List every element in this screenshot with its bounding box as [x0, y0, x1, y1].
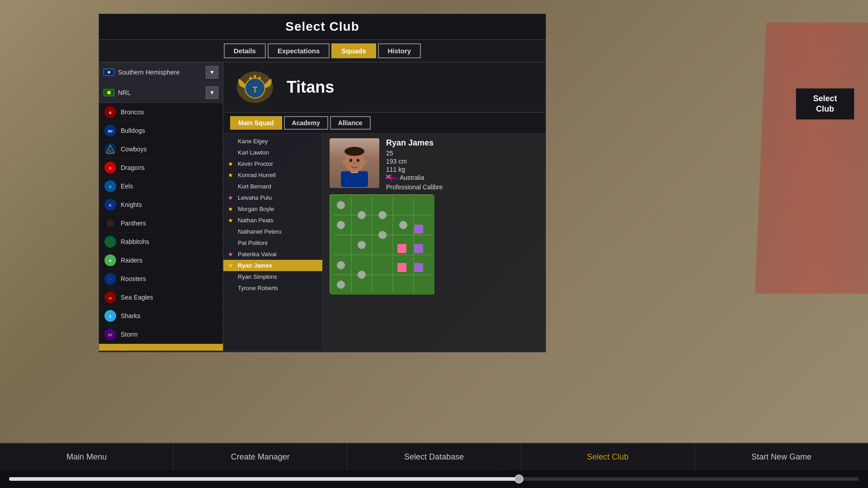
team-item-knights[interactable]: K Knights — [99, 196, 223, 214]
player-item-kurt-bernard[interactable]: Kurt Bernard — [223, 181, 322, 192]
title-bar: Select Club — [99, 14, 546, 40]
team-item-bulldogs[interactable]: BD Bulldogs — [99, 122, 223, 140]
select-club-button[interactable]: SelectClub — [796, 88, 854, 120]
sub-tabs: Main Squad Academy Alliance — [223, 113, 546, 134]
league-dropdown-arrow[interactable]: ▼ — [206, 86, 218, 99]
player-name-9: Pat Politoni — [238, 239, 268, 246]
player-name-10: Paterika Vaivai — [238, 251, 277, 258]
svg-point-45 — [344, 147, 364, 156]
svg-rect-76 — [397, 244, 406, 253]
player-item-tyrone-roberts[interactable]: Tyrone Roberts — [223, 282, 322, 294]
progress-thumb[interactable] — [514, 474, 524, 483]
star-icon-3: ★ — [228, 172, 235, 178]
svg-text:S: S — [109, 315, 112, 318]
tab-expectations[interactable]: Expectations — [268, 43, 330, 58]
player-item-paterika-vaivai[interactable]: ★ Paterika Vaivai — [223, 249, 322, 260]
player-name-11: Ryan James — [238, 262, 272, 269]
player-item-ryan-simpkins[interactable]: Ryan Simpkins — [223, 271, 322, 282]
player-item-konrad-hurrell[interactable]: ★ Konrad Hurrell — [223, 169, 322, 181]
region-selector[interactable]: Southern Hemisphere ▼ — [99, 62, 223, 83]
league-selector[interactable]: NRL ▼ — [99, 83, 223, 103]
svg-point-74 — [337, 281, 345, 289]
team-item-storm[interactable]: ST Storm — [99, 325, 223, 344]
player-item-pat-politoni[interactable]: Pat Politoni — [223, 237, 322, 249]
team-name-eels: Eels — [121, 183, 133, 190]
svg-rect-78 — [414, 244, 423, 253]
club-title: Titans — [287, 78, 334, 97]
svg-point-49 — [362, 160, 367, 165]
nav-start-new-game[interactable]: Start New Game — [695, 444, 868, 470]
svg-point-40 — [254, 75, 256, 78]
page-title: Select Club — [104, 19, 540, 34]
team-item-rabbitohs[interactable]: R Rabbitohs — [99, 233, 223, 251]
selected-player-name: Ryan James — [386, 138, 539, 148]
team-logo-titans: T — [104, 347, 116, 351]
player-name-13: Tyrone Roberts — [238, 285, 278, 291]
tab-history[interactable]: History — [378, 43, 421, 58]
team-item-panthers[interactable]: P Panthers — [99, 214, 223, 233]
team-name-broncos: Broncos — [121, 108, 144, 116]
player-item-ryan-james[interactable]: ★ Ryan James — [223, 260, 322, 271]
nav-select-club[interactable]: Select Club — [521, 444, 695, 470]
tab-squads[interactable]: Squads — [331, 43, 376, 58]
player-item-nathaniel-peteru[interactable]: Nathaniel Peteru — [223, 226, 322, 237]
region-label: Southern Hemisphere — [118, 69, 202, 76]
league-label: NRL — [118, 89, 202, 96]
svg-rect-52 — [391, 175, 392, 182]
player-item-morgan-boyle[interactable]: ★ Morgan Boyle — [223, 203, 322, 215]
player-item-kane-elgey[interactable]: ☆ Kane Elgey — [223, 136, 322, 147]
svg-rect-77 — [397, 263, 406, 272]
sub-tab-academy[interactable]: Academy — [284, 116, 328, 130]
nav-main-menu[interactable]: Main Menu — [0, 444, 174, 470]
team-item-dragons[interactable]: D Dragons — [99, 159, 223, 177]
team-item-cowboys[interactable]: C Cowboys — [99, 140, 223, 159]
svg-text:ST: ST — [108, 333, 113, 337]
team-logo-roosters: R — [104, 273, 116, 285]
selected-player-weight: 111 kg — [386, 166, 539, 173]
sub-tab-alliance[interactable]: Alliance — [330, 116, 371, 130]
star-icon-10: ★ — [228, 251, 235, 258]
svg-point-69 — [358, 211, 366, 219]
svg-rect-79 — [414, 225, 423, 234]
team-logo-storm: ST — [104, 328, 116, 340]
team-item-roosters[interactable]: R Roosters — [99, 270, 223, 288]
nav-label-select-database: Select Database — [404, 452, 464, 462]
svg-text:P: P — [109, 222, 112, 225]
progress-track[interactable] — [9, 477, 859, 481]
player-name-12: Ryan Simpkins — [238, 273, 277, 280]
player-list: ☆ Kane Elgey ☆ Karl Lawton ★ Kevin Proct… — [223, 134, 323, 351]
player-name-7: Nathan Peats — [238, 217, 274, 224]
nav-select-database[interactable]: Select Database — [347, 444, 521, 470]
svg-point-3 — [107, 91, 111, 94]
progress-fill — [9, 477, 519, 481]
region-flag-icon — [104, 69, 114, 76]
player-name-4: Kurt Bernard — [238, 183, 271, 190]
player-item-kevin-proctor[interactable]: ★ Kevin Proctor — [223, 158, 322, 169]
team-item-sea-eagles[interactable]: SE Sea Eagles — [99, 288, 223, 307]
team-item-eels[interactable]: E Eels — [99, 177, 223, 196]
team-item-titans[interactable]: T Titans — [99, 344, 223, 351]
team-logo-sea-eagles: SE — [104, 291, 116, 303]
team-name-storm: Storm — [121, 331, 137, 338]
player-item-karl-lawton[interactable]: ☆ Karl Lawton — [223, 147, 322, 158]
team-item-sharks[interactable]: S Sharks — [99, 307, 223, 325]
nav-create-manager[interactable]: Create Manager — [174, 444, 347, 470]
region-dropdown-arrow[interactable]: ▼ — [206, 66, 218, 79]
tab-details[interactable]: Details — [224, 43, 266, 58]
team-name-cowboys: Cowboys — [121, 145, 147, 153]
team-item-broncos[interactable]: B Broncos — [99, 103, 223, 122]
player-item-leivaha-pulu[interactable]: ★ Leivaha Pulu — [223, 192, 322, 203]
team-name-knights: Knights — [121, 201, 142, 208]
sub-tab-main-squad[interactable]: Main Squad — [230, 116, 282, 130]
team-name-dragons: Dragons — [121, 164, 145, 171]
team-name-raiders: Raiders — [121, 257, 142, 264]
australia-flag-icon — [386, 175, 397, 182]
player-item-nathan-peats[interactable]: ★ Nathan Peats — [223, 215, 322, 226]
svg-text:D: D — [109, 167, 111, 170]
bottom-nav: Main Menu Create Manager Select Database… — [0, 443, 868, 488]
svg-text:K: K — [109, 204, 111, 207]
svg-text:C: C — [109, 150, 112, 152]
player-name-0: Kane Elgey — [238, 138, 268, 145]
team-item-raiders[interactable]: R Raiders — [99, 251, 223, 270]
star-icon-7: ★ — [228, 217, 235, 224]
